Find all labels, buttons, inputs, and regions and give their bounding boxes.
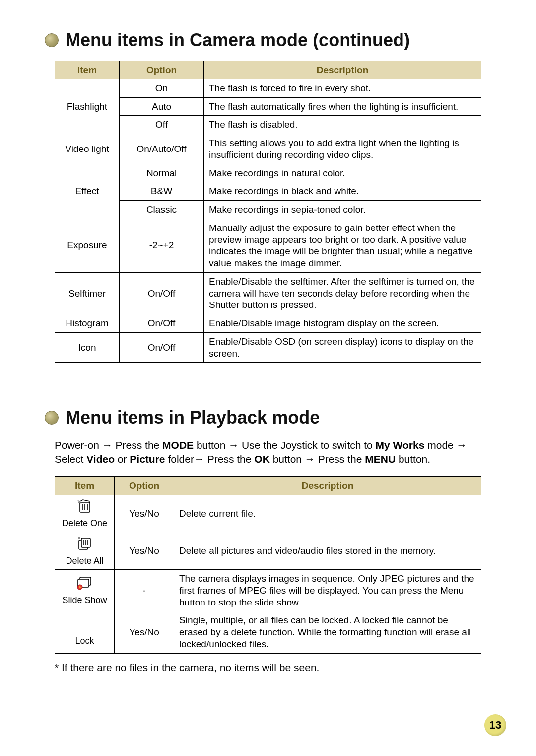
option-cell: Normal [120,164,204,182]
instr-bold: My Works [376,439,425,451]
table-row: Selftimer On/Off Enable/Disable the self… [55,272,481,314]
item-cell: Delete One [55,495,115,532]
section2-heading: Menu items in Playback mode [66,407,320,428]
item-cell: Selftimer [55,272,120,314]
section1-heading: Menu items in Camera mode (continued) [66,30,410,51]
table-row: Histogram On/Off Enable/Disable image hi… [55,314,481,333]
instr-bold: MODE [162,439,194,451]
item-cell: Icon [55,332,120,363]
col-item: Item [55,476,115,495]
desc-cell: The flash is disabled. [204,116,481,134]
playback-mode-table: Item Option Description [55,476,481,654]
table-row: Delete All Yes/No Delete all pictures an… [55,532,481,569]
item-label: Delete One [62,518,107,529]
instr-bold: MENU [365,454,396,465]
col-desc: Description [174,476,481,495]
desc-cell: Enable/Disable OSD (on screen display) i… [204,332,481,363]
table-row: Effect Normal Make recordings in natural… [55,164,481,182]
camera-mode-table: Item Option Description Flashlight On Th… [55,61,481,363]
item-label: Lock [75,635,94,647]
table-header-row: Item Option Description [55,61,481,79]
item-cell: Delete All [55,532,115,569]
item-cell: Exposure [55,219,120,272]
table-row: Icon On/Off Enable/Disable OSD (on scree… [55,332,481,363]
item-cell: Slide Show [55,570,115,611]
option-cell: On/Off [120,314,204,333]
option-cell: Yes/No [115,495,174,532]
instr-text: button → Use the Joystick to switch to [194,439,376,451]
instr-text: button → Press the [270,454,365,465]
desc-cell: The flash automatically fires when the l… [204,97,481,116]
desc-cell: Delete all pictures and video/audio file… [174,532,481,569]
option-cell: Yes/No [115,611,174,653]
option-cell: On [120,79,204,97]
document-page: Menu items in Camera mode (continued) It… [0,0,536,756]
col-item: Item [55,61,120,79]
table-row: Exposure -2~+2 Manually adjust the expos… [55,219,481,272]
playback-instructions: Power-on → Press the MODE button → Use t… [55,438,481,466]
bullet-icon [45,411,59,425]
option-cell: On/Auto/Off [120,134,204,164]
instr-text: Power-on → Press the [55,439,162,451]
item-cell: Lock [55,611,115,653]
instr-text: folder→ Press the [165,454,255,465]
desc-cell: Make recordings in natural color. [204,164,481,182]
col-option: Option [115,476,174,495]
section2-title: Menu items in Playback mode [45,407,491,428]
option-cell: On/Off [120,332,204,363]
instr-bold: OK [254,454,270,465]
footnote: * If there are no files in the camera, n… [55,662,491,674]
item-cell: Effect [55,164,120,219]
desc-cell: Enable/Disable the selftimer. After the … [204,272,481,314]
item-label: Delete All [66,555,103,567]
desc-cell: This setting allows you to add extra lig… [204,134,481,164]
col-option: Option [120,61,204,79]
table-row: Lock Yes/No Single, multiple, or all fil… [55,611,481,653]
desc-cell: Make recordings in black and white. [204,182,481,201]
desc-cell: Enable/Disable image histogram display o… [204,314,481,333]
slideshow-icon [75,575,95,594]
option-cell: Classic [120,201,204,219]
option-cell: -2~+2 [120,219,204,272]
instr-bold: Video [86,454,115,465]
table-row: Delete One Yes/No Delete current file. [55,495,481,532]
desc-cell: Make recordings in sepia-toned color. [204,201,481,219]
desc-cell: Manually adjust the exposure to gain bet… [204,219,481,272]
option-cell: B&W [120,182,204,201]
option-cell: Off [120,116,204,134]
instr-text: or [115,454,130,465]
instr-bold: Picture [130,454,165,465]
option-cell: Yes/No [115,532,174,569]
option-cell: Auto [120,97,204,116]
section1-title: Menu items in Camera mode (continued) [45,30,491,51]
instr-text: button. [396,454,430,465]
page-number: 13 [489,719,501,732]
table-header-row: Item Option Description [55,476,481,495]
page-number-badge: 13 [484,714,506,736]
item-label: Slide Show [62,595,107,606]
desc-cell: Single, multiple, or all files can be lo… [174,611,481,653]
item-cell: Histogram [55,314,120,333]
item-cell: Flashlight [55,79,120,134]
desc-cell: The flash is forced to fire in every sho… [204,79,481,97]
bullet-icon [45,33,59,47]
option-cell: On/Off [120,272,204,314]
trash-all-icon [75,535,95,554]
trash-one-icon [75,498,95,517]
table-row: Video light On/Auto/Off This setting all… [55,134,481,164]
table-row: Slide Show - The camera displays images … [55,570,481,611]
desc-cell: The camera displays images in sequence. … [174,570,481,611]
table-row: Flashlight On The flash is forced to fir… [55,79,481,97]
desc-cell: Delete current file. [174,495,481,532]
option-cell: - [115,570,174,611]
item-cell: Video light [55,134,120,164]
col-desc: Description [204,61,481,79]
